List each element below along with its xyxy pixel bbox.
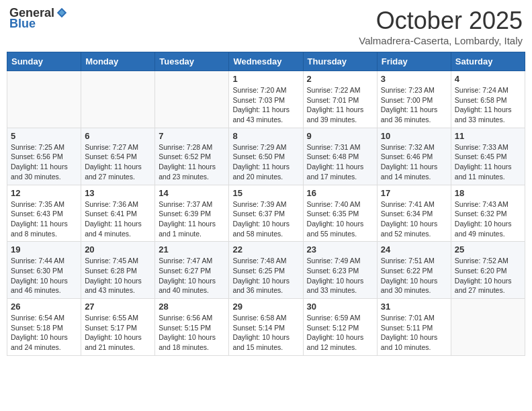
day-number: 30 (307, 302, 373, 312)
calendar-cell: 22Sunrise: 7:48 AMSunset: 6:25 PMDayligh… (229, 242, 303, 299)
calendar-cell: 16Sunrise: 7:40 AMSunset: 6:35 PMDayligh… (303, 185, 377, 242)
day-info: Sunrise: 7:47 AMSunset: 6:27 PMDaylight:… (159, 256, 225, 295)
day-info: Sunrise: 6:59 AMSunset: 5:12 PMDaylight:… (307, 313, 373, 353)
day-number: 24 (381, 244, 447, 255)
weekday-header: Sunday (7, 52, 81, 71)
day-number: 17 (381, 188, 447, 198)
month-title: October 2025 (359, 7, 523, 35)
calendar-week-row: 19Sunrise: 7:44 AMSunset: 6:30 PMDayligh… (7, 242, 525, 299)
day-number: 27 (85, 302, 151, 312)
calendar-cell: 9Sunrise: 7:31 AMSunset: 6:48 PMDaylight… (303, 128, 377, 185)
day-number: 18 (455, 188, 521, 198)
day-number: 21 (159, 244, 225, 255)
day-info: Sunrise: 7:33 AMSunset: 6:45 PMDaylight:… (455, 142, 521, 182)
day-info: Sunrise: 7:35 AMSunset: 6:43 PMDaylight:… (11, 199, 77, 239)
day-info: Sunrise: 7:44 AMSunset: 6:30 PMDaylight:… (11, 256, 77, 295)
calendar-week-row: 5Sunrise: 7:25 AMSunset: 6:56 PMDaylight… (7, 128, 525, 185)
day-number: 22 (232, 244, 299, 255)
day-number: 14 (159, 188, 225, 198)
logo: General Blue (9, 7, 68, 31)
weekday-header: Wednesday (229, 52, 303, 71)
calendar-cell: 21Sunrise: 7:47 AMSunset: 6:27 PMDayligh… (155, 242, 229, 299)
calendar-cell: 12Sunrise: 7:35 AMSunset: 6:43 PMDayligh… (7, 185, 81, 242)
calendar-week-row: 12Sunrise: 7:35 AMSunset: 6:43 PMDayligh… (7, 185, 525, 242)
day-number: 5 (11, 131, 77, 141)
day-info: Sunrise: 7:31 AMSunset: 6:48 PMDaylight:… (307, 142, 373, 182)
calendar-table: SundayMondayTuesdayWednesdayThursdayFrid… (7, 52, 525, 356)
day-number: 4 (455, 74, 521, 84)
day-info: Sunrise: 7:45 AMSunset: 6:28 PMDaylight:… (85, 256, 151, 295)
day-info: Sunrise: 6:54 AMSunset: 5:18 PMDaylight:… (11, 313, 77, 353)
day-number: 3 (381, 74, 447, 84)
calendar-cell: 18Sunrise: 7:43 AMSunset: 6:32 PMDayligh… (451, 185, 525, 242)
calendar-cell: 26Sunrise: 6:54 AMSunset: 5:18 PMDayligh… (7, 299, 81, 356)
calendar-cell: 15Sunrise: 7:39 AMSunset: 6:37 PMDayligh… (229, 185, 303, 242)
day-number: 29 (232, 302, 299, 312)
day-info: Sunrise: 7:49 AMSunset: 6:23 PMDaylight:… (307, 256, 373, 295)
calendar-cell (451, 299, 525, 356)
day-number: 19 (11, 244, 77, 255)
weekday-header: Thursday (303, 52, 377, 71)
day-info: Sunrise: 7:52 AMSunset: 6:20 PMDaylight:… (455, 256, 521, 295)
calendar-cell: 14Sunrise: 7:37 AMSunset: 6:39 PMDayligh… (155, 185, 229, 242)
day-info: Sunrise: 7:43 AMSunset: 6:32 PMDaylight:… (455, 199, 521, 239)
calendar-cell (81, 71, 155, 128)
calendar-cell (155, 71, 229, 128)
logo-blue: Blue (9, 17, 68, 31)
calendar-cell: 11Sunrise: 7:33 AMSunset: 6:45 PMDayligh… (451, 128, 525, 185)
calendar-cell: 7Sunrise: 7:28 AMSunset: 6:52 PMDaylight… (155, 128, 229, 185)
day-info: Sunrise: 7:41 AMSunset: 6:34 PMDaylight:… (381, 199, 447, 239)
day-number: 28 (159, 302, 225, 312)
day-info: Sunrise: 7:01 AMSunset: 5:11 PMDaylight:… (381, 313, 447, 353)
day-info: Sunrise: 7:39 AMSunset: 6:37 PMDaylight:… (232, 199, 299, 239)
calendar-cell: 23Sunrise: 7:49 AMSunset: 6:23 PMDayligh… (303, 242, 377, 299)
day-number: 15 (232, 188, 299, 198)
calendar-cell: 19Sunrise: 7:44 AMSunset: 6:30 PMDayligh… (7, 242, 81, 299)
weekday-header: Friday (377, 52, 451, 71)
day-info: Sunrise: 7:24 AMSunset: 6:58 PMDaylight:… (455, 85, 521, 125)
day-info: Sunrise: 7:40 AMSunset: 6:35 PMDaylight:… (307, 199, 373, 239)
day-number: 20 (85, 244, 151, 255)
calendar-cell: 1Sunrise: 7:20 AMSunset: 7:03 PMDaylight… (229, 71, 303, 128)
calendar-cell: 29Sunrise: 6:58 AMSunset: 5:14 PMDayligh… (229, 299, 303, 356)
day-number: 2 (307, 74, 373, 84)
calendar-week-row: 26Sunrise: 6:54 AMSunset: 5:18 PMDayligh… (7, 299, 525, 356)
day-number: 1 (232, 74, 299, 84)
day-info: Sunrise: 7:36 AMSunset: 6:41 PMDaylight:… (85, 199, 151, 239)
day-number: 11 (455, 131, 521, 141)
day-info: Sunrise: 7:29 AMSunset: 6:50 PMDaylight:… (232, 142, 299, 182)
calendar-cell: 13Sunrise: 7:36 AMSunset: 6:41 PMDayligh… (81, 185, 155, 242)
calendar-cell: 8Sunrise: 7:29 AMSunset: 6:50 PMDaylight… (229, 128, 303, 185)
day-number: 10 (381, 131, 447, 141)
day-number: 8 (232, 131, 299, 141)
calendar-cell: 31Sunrise: 7:01 AMSunset: 5:11 PMDayligh… (377, 299, 451, 356)
day-number: 26 (11, 302, 77, 312)
calendar-cell (7, 71, 81, 128)
weekday-header: Monday (81, 52, 155, 71)
calendar-cell: 25Sunrise: 7:52 AMSunset: 6:20 PMDayligh… (451, 242, 525, 299)
calendar-week-row: 1Sunrise: 7:20 AMSunset: 7:03 PMDaylight… (7, 71, 525, 128)
calendar-header-row: SundayMondayTuesdayWednesdayThursdayFrid… (7, 52, 525, 71)
day-number: 13 (85, 188, 151, 198)
calendar-cell: 6Sunrise: 7:27 AMSunset: 6:54 PMDaylight… (81, 128, 155, 185)
page-header: General Blue October 2025 Valmadrera-Cas… (7, 7, 525, 46)
day-info: Sunrise: 6:56 AMSunset: 5:15 PMDaylight:… (159, 313, 225, 353)
day-number: 9 (307, 131, 373, 141)
day-info: Sunrise: 7:32 AMSunset: 6:46 PMDaylight:… (381, 142, 447, 182)
day-number: 12 (11, 188, 77, 198)
day-number: 6 (85, 131, 151, 141)
day-number: 25 (455, 244, 521, 255)
location: Valmadrera-Caserta, Lombardy, Italy (359, 35, 523, 46)
calendar-cell: 2Sunrise: 7:22 AMSunset: 7:01 PMDaylight… (303, 71, 377, 128)
day-number: 7 (159, 131, 225, 141)
day-info: Sunrise: 7:37 AMSunset: 6:39 PMDaylight:… (159, 199, 225, 239)
day-info: Sunrise: 6:58 AMSunset: 5:14 PMDaylight:… (232, 313, 299, 353)
calendar-cell: 3Sunrise: 7:23 AMSunset: 7:00 PMDaylight… (377, 71, 451, 128)
day-info: Sunrise: 7:28 AMSunset: 6:52 PMDaylight:… (159, 142, 225, 182)
day-number: 31 (381, 302, 447, 312)
title-block: October 2025 Valmadrera-Caserta, Lombard… (359, 7, 523, 46)
day-info: Sunrise: 7:25 AMSunset: 6:56 PMDaylight:… (11, 142, 77, 182)
calendar-cell: 5Sunrise: 7:25 AMSunset: 6:56 PMDaylight… (7, 128, 81, 185)
calendar-cell: 20Sunrise: 7:45 AMSunset: 6:28 PMDayligh… (81, 242, 155, 299)
calendar-cell: 28Sunrise: 6:56 AMSunset: 5:15 PMDayligh… (155, 299, 229, 356)
